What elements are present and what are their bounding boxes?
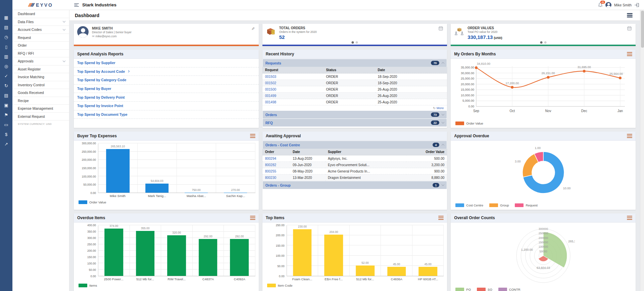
spend-report-link[interactable]: Top Spend by Account Code xyxy=(77,69,125,74)
row-id-link[interactable]: 800294 xyxy=(262,155,290,162)
sidebar-item-external-request[interactable]: External Request xyxy=(12,113,69,121)
carousel-dot[interactable] xyxy=(355,41,358,44)
sidebar-item-order[interactable]: Order xyxy=(12,42,69,50)
user-avatar[interactable] xyxy=(605,2,611,8)
bar xyxy=(106,149,130,193)
table-row[interactable]: 80023013-Mar-2020Dragon Entertainment8,8… xyxy=(262,175,447,181)
table-row[interactable]: 001500ORDER26-Aug-2020 xyxy=(262,86,447,93)
row-id-link[interactable]: 001499 xyxy=(262,93,324,99)
donut-chart: 10.003.001.00Cost CentreGroupRequest xyxy=(451,141,636,210)
spend-report-link[interactable]: Top Spend by Invoice Point xyxy=(77,104,123,108)
scrollbar-track[interactable] xyxy=(640,10,644,291)
sidebar-item-data-files[interactable]: Data Files xyxy=(12,18,69,26)
accordion-section-orders[interactable]: Orders73 xyxy=(263,111,447,118)
row-id-link[interactable]: 001502 xyxy=(262,80,324,86)
sidebar-item-rfq-rfi[interactable]: RFQ / RFI xyxy=(12,50,69,58)
spend-report-link[interactable]: Top Spend by Buyer xyxy=(77,87,111,91)
sidebar-item-recipe[interactable]: Recipe xyxy=(12,97,69,105)
expense-management-icon[interactable]: $ xyxy=(0,130,12,139)
legend-swatch xyxy=(498,288,507,291)
row-id-link[interactable]: 800255 xyxy=(262,168,290,175)
spend-report-link-row[interactable]: Top Spend by Buyer xyxy=(74,85,259,93)
y-tick-label: 0.00 xyxy=(90,275,96,278)
invoice-matching-icon[interactable]: ▤ xyxy=(0,91,12,100)
table-row[interactable]: 80029413-Aug-2020Agilysys, Inc.500.00 xyxy=(262,155,447,162)
sidebar-collapse-icon[interactable] xyxy=(74,3,79,7)
y-axis: 0.0050,000.00100,000.00150,000.00200,000… xyxy=(77,143,98,193)
approval-overdue-menu-icon[interactable] xyxy=(627,134,632,138)
order-icon[interactable]: ▥ xyxy=(0,52,12,61)
sidebar-item-asset-register[interactable]: Asset Register xyxy=(12,65,69,74)
row-id-link[interactable]: 001503 xyxy=(262,74,324,80)
sidebar-item-account-codes[interactable]: Account Codes xyxy=(12,26,69,34)
spend-report-link-row[interactable]: Top Spend by Document Type xyxy=(74,110,259,119)
sidebar-item-goods-received[interactable]: Goods Received xyxy=(12,89,69,97)
spend-report-link-row[interactable]: Top Spend by Delivery Point xyxy=(74,93,259,102)
recipe-icon[interactable]: ▭ xyxy=(0,120,12,130)
logout-icon[interactable] xyxy=(634,3,639,7)
table-row[interactable]: 80025508-May-2020Acme General Products I… xyxy=(262,168,447,175)
approvals-icon[interactable]: ✓ xyxy=(0,71,12,81)
spend-report-link-row[interactable]: Top Spend by Account Code xyxy=(74,67,259,76)
accordion-section-orders-cost-centre[interactable]: Orders - Cost Centre4 xyxy=(263,141,447,149)
spend-report-link[interactable]: Top Spend by Supplier xyxy=(77,61,115,65)
rfq-rfi-icon[interactable]: ◎ xyxy=(0,61,12,71)
spend-report-link[interactable]: Top Spend by Delivery Point xyxy=(77,95,125,99)
edit-profile-icon[interactable]: ✎ xyxy=(251,27,255,31)
goods-received-icon[interactable]: ⚑ xyxy=(0,110,12,120)
topbar-right: 41 Mike Smith xyxy=(598,2,644,8)
row-id-link[interactable]: 800282 xyxy=(262,162,290,168)
external-request-icon[interactable]: ↗ xyxy=(0,139,12,149)
sidebar-item-dashboard[interactable]: Dashboard xyxy=(12,10,69,18)
carousel-dot[interactable] xyxy=(540,41,542,44)
buyer-top-expenses-menu-icon[interactable] xyxy=(250,134,255,138)
accordion-section-requests[interactable]: Requests70 xyxy=(263,59,447,67)
notifications-bell-icon[interactable]: 41 xyxy=(598,2,603,7)
table-row[interactable]: 001502ORDER18-Sep-2020 xyxy=(262,80,447,86)
overdue-items-menu-icon[interactable] xyxy=(250,216,255,220)
user-name[interactable]: Mike Smith xyxy=(614,3,632,7)
calendar-icon[interactable] xyxy=(627,26,632,31)
spend-report-link-row[interactable]: Top Spend by Category Code xyxy=(74,76,259,85)
refresh-icon: ↻ xyxy=(433,106,436,110)
accordion-section-orders-group[interactable]: Orders - Group1 xyxy=(263,181,447,189)
sidebar-item-request[interactable]: Request xyxy=(12,34,69,42)
brand-logo[interactable]: EYVO xyxy=(12,2,69,8)
top-items-menu-icon[interactable] xyxy=(438,216,444,220)
sidebar-item-approvals[interactable]: Approvals xyxy=(12,57,69,65)
table-row[interactable]: 001503ORDER18-Sep-2020 xyxy=(262,74,447,80)
table-row[interactable]: 80028209-Jun-2020Eyvo eProcurement Solut… xyxy=(262,162,447,168)
svg-text:30,000.00: 30,000.00 xyxy=(461,71,474,75)
accordion-section-rfq[interactable]: RFQ22 xyxy=(263,119,447,127)
row-id-link[interactable]: 001498 xyxy=(262,99,324,105)
table-row[interactable]: 001498ORDER25-Aug-2020 xyxy=(262,99,447,105)
carousel-dot[interactable] xyxy=(351,41,354,44)
profile-avatar xyxy=(77,26,89,38)
more-link[interactable]: ↻More xyxy=(262,105,447,110)
scrollbar-thumb[interactable] xyxy=(641,11,644,48)
request-icon[interactable]: ▯ xyxy=(0,42,12,52)
table-row[interactable]: 001499ORDER26-Aug-2020 xyxy=(262,93,447,99)
page-title: Dashboard xyxy=(75,13,99,18)
dashboard-icon[interactable]: ▦ xyxy=(0,13,12,22)
y-tick-label: 150,000.00 xyxy=(82,166,96,170)
donut-chart-svg: 10.003.001.00 xyxy=(514,144,572,201)
sidebar-item-invoice-matching[interactable]: Invoice Matching xyxy=(12,73,69,81)
spend-report-link-row[interactable]: Top Spend by Invoice Point xyxy=(74,102,259,110)
spend-report-link[interactable]: Top Spend by Document Type xyxy=(77,112,128,116)
data-files-icon[interactable]: ▤ xyxy=(0,22,12,32)
my-orders-menu-icon[interactable] xyxy=(627,52,632,56)
dashboard-menu-icon[interactable] xyxy=(627,13,633,17)
asset-register-icon[interactable]: ↻ xyxy=(0,81,12,91)
calendar-icon[interactable] xyxy=(439,26,443,31)
spend-report-link-row[interactable]: Top Spend by Supplier xyxy=(74,59,259,67)
overall-order-counts-menu-icon[interactable] xyxy=(627,216,632,220)
inventory-control-icon[interactable]: ▣ xyxy=(0,100,12,110)
sidebar-item-expense-management[interactable]: Expense Management xyxy=(12,105,69,113)
account-codes-icon[interactable]: ◷ xyxy=(0,32,12,42)
sidebar-item-inventory-control[interactable]: Inventory Control xyxy=(12,81,69,89)
row-id-link[interactable]: 800230 xyxy=(262,175,290,181)
carousel-dot[interactable] xyxy=(544,41,546,44)
spend-report-link[interactable]: Top Spend by Category Code xyxy=(77,78,126,82)
row-id-link[interactable]: 001500 xyxy=(262,86,324,93)
